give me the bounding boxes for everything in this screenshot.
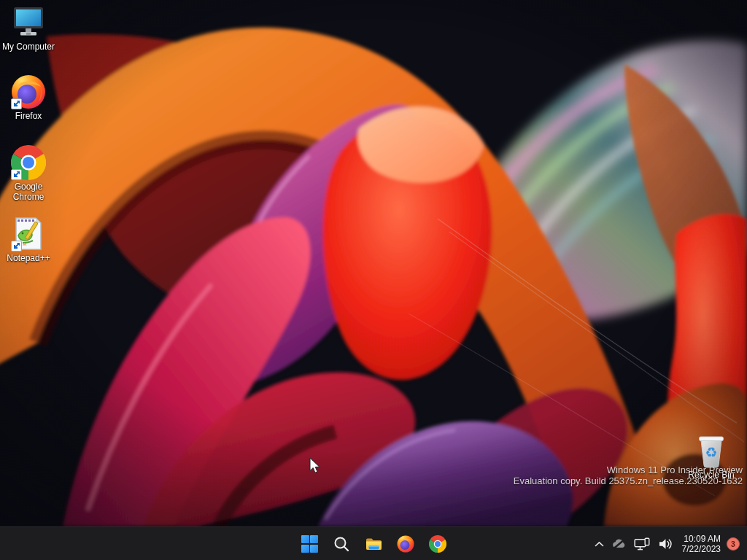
icon-label: My Computer — [1, 42, 56, 52]
evaluation-watermark: Windows 11 Pro Insider Preview Evaluatio… — [514, 464, 743, 486]
shortcut-arrow-icon — [11, 169, 22, 180]
clock[interactable]: 10:09 AM 7/22/2023 — [676, 534, 725, 554]
taskbar-center-group — [295, 529, 452, 559]
shortcut-arrow-icon — [11, 241, 22, 252]
system-tray: 10:09 AM 7/22/2023 3 — [591, 527, 743, 560]
taskbar: 10:09 AM 7/22/2023 3 — [0, 526, 747, 560]
watermark-line2: Evaluation copy. Build 25375.zn_release.… — [514, 475, 743, 486]
icon-label: Notepad++ — [1, 253, 56, 263]
notification-badge[interactable]: 3 — [727, 537, 740, 551]
start-icon — [301, 535, 318, 552]
network-offline-icon — [611, 538, 627, 550]
display-device-icon — [634, 537, 651, 551]
chevron-up-icon — [595, 541, 604, 548]
firefox-taskbar-button[interactable] — [391, 529, 420, 559]
desktop-icon-notepad-plus-plus[interactable]: Notepad++ — [1, 216, 56, 263]
search-icon — [333, 535, 350, 553]
file-explorer-button[interactable] — [359, 529, 388, 559]
desktop-icon-firefox[interactable]: Firefox — [1, 74, 56, 121]
watermark-line1: Windows 11 Pro Insider Preview — [514, 464, 743, 475]
desktop-wallpaper — [0, 0, 747, 526]
clock-time: 10:09 AM — [682, 534, 721, 544]
desktop-area: My Computer — [0, 0, 747, 526]
firefox-icon — [397, 535, 414, 553]
shortcut-arrow-icon — [11, 98, 22, 109]
icon-label: Firefox — [1, 111, 56, 121]
chrome-taskbar-button[interactable] — [423, 529, 452, 559]
icon-label: Google Chrome — [1, 182, 56, 202]
tray-chevron-button[interactable] — [591, 529, 608, 559]
network-button[interactable] — [608, 529, 630, 559]
display-device-button[interactable] — [630, 529, 654, 559]
start-button[interactable] — [295, 529, 324, 559]
volume-icon — [658, 537, 673, 551]
search-button[interactable] — [327, 529, 356, 559]
desktop-icon-google-chrome[interactable]: Google Chrome — [1, 144, 56, 202]
computer-icon — [12, 7, 45, 39]
svg-text:♻: ♻ — [705, 444, 717, 460]
volume-button[interactable] — [654, 529, 676, 559]
mouse-cursor — [309, 457, 321, 474]
desktop-icon-my-computer[interactable]: My Computer — [1, 4, 56, 52]
file-explorer-icon — [365, 535, 383, 553]
chrome-icon — [429, 535, 446, 553]
clock-date: 7/22/2023 — [682, 544, 721, 554]
recycle-bin-icon: ♻ — [697, 432, 726, 469]
